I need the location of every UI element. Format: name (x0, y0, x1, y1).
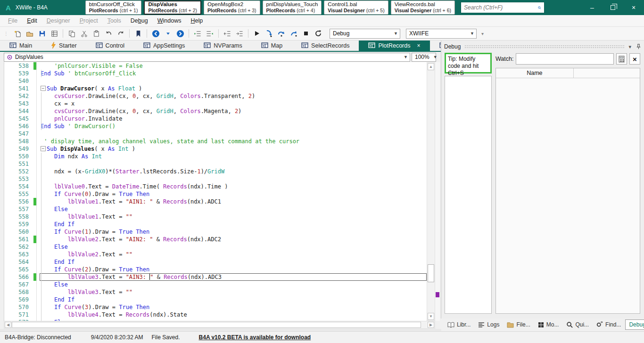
code-line-567[interactable]: 567 Else (4, 281, 427, 288)
indent-icon[interactable] (234, 28, 245, 39)
scroll-left-button[interactable]: ◀ (5, 322, 11, 328)
nav-back-icon[interactable] (150, 28, 161, 39)
code-line-539[interactable]: 539End Sub ' btnCursorOff_Click (4, 70, 427, 77)
fold-collapse-icon[interactable]: − (41, 146, 46, 151)
scroll-right-button[interactable]: ▶ (428, 322, 434, 328)
code-line-543[interactable]: 543 cx = x (4, 100, 427, 107)
code-line-566[interactable]: 566 lblValue3.Text = "AIN3: " & Records(… (4, 273, 427, 281)
chevron-down-icon[interactable]: ▾ (628, 44, 631, 50)
tab-appsettings[interactable]: AppSettings (134, 41, 194, 51)
menu-debug[interactable]: Debug (126, 16, 152, 25)
code-line-546[interactable]: 546End Sub ' DrawCursor() (4, 122, 427, 130)
close-icon[interactable]: × (417, 42, 420, 49)
code-line-569[interactable]: 569 End If (4, 296, 427, 303)
vertical-scrollbar[interactable]: ▲ ▼ (427, 62, 435, 321)
code-line-564[interactable]: 564 End If (4, 258, 427, 266)
quick-tab-OpenMsgBox2[interactable]: OpenMsgBox2PlotRecords (ctrl + 3) (204, 0, 260, 15)
code-line-552[interactable]: 552 ndx = (x-GridX0)*(Starter.lstRecords… (4, 168, 427, 175)
pin-icon[interactable] (636, 44, 641, 49)
code-line-555[interactable]: 555 If Curve(0).Draw = True Then (4, 190, 427, 198)
update-download-link[interactable]: B4A v10.2 BETA is available for download (199, 334, 311, 341)
clear-watch-button[interactable]: × (629, 53, 640, 65)
outdent-icon[interactable] (222, 28, 232, 39)
tab-main[interactable]: Main (0, 41, 41, 51)
scroll-up-button[interactable]: ▲ (428, 63, 434, 70)
deploy-target-select[interactable]: XWIIFE ▼ (406, 29, 477, 39)
debug-panel-header[interactable]: Debug ▾ (444, 42, 641, 51)
code-line-541[interactable]: 541−Sub DrawCursor( x As Float ) (4, 85, 427, 92)
search-input[interactable] (464, 4, 538, 11)
tab-plotrecords[interactable]: PlotRecords× (359, 41, 429, 51)
code-line-568[interactable]: 568 lblValue3.Text = "" (4, 288, 427, 296)
code-line-540[interactable]: 540 (4, 77, 427, 85)
toolbar-overflow-icon[interactable]: ▾ (481, 31, 484, 36)
tab-starter[interactable]: Starter (41, 41, 86, 51)
code-line-560[interactable]: 560 If Curve(1).Draw = True Then (4, 228, 427, 236)
bottom-tab-logs[interactable]: Logs (475, 320, 503, 329)
tab-control[interactable]: Control (86, 41, 134, 51)
bottom-tab-file[interactable]: File... (504, 320, 533, 329)
menu-windows[interactable]: Windows (153, 16, 186, 25)
quick-tab-DispValues[interactable]: DispValuesPlotRecords (ctrl + 2) (144, 0, 201, 15)
quick-tab-ViewRecords.bal[interactable]: ViewRecords.balVisual Designer (ctrl + 6… (391, 0, 455, 15)
close-button[interactable]: × (623, 0, 644, 15)
bottom-tab-qui[interactable]: Qui... (563, 320, 592, 329)
member-dropdown[interactable]: DispValues ▼ (4, 53, 410, 62)
quick-tab-Control1.bal[interactable]: Control1.balVisual Designer (ctrl + 5) (324, 0, 388, 15)
bottom-tab-mo[interactable]: Mo... (535, 320, 562, 329)
tab-map[interactable]: Map (252, 41, 292, 51)
code-line-548[interactable]: 548 ' display time, analog channel value… (4, 138, 427, 145)
code-line-559[interactable]: 559 End If (4, 220, 427, 228)
code-line-556[interactable]: 556 lblValue1.Text = "AIN1: " & Records(… (4, 198, 427, 205)
code-line-562[interactable]: 562 Else (4, 243, 427, 251)
code-line-547[interactable]: 547 (4, 130, 427, 138)
watch-column-value[interactable] (574, 68, 640, 78)
step-out-icon[interactable] (289, 28, 299, 39)
minimize-button[interactable]: – (582, 0, 603, 15)
uncomment-icon[interactable] (205, 28, 215, 39)
step-over-icon[interactable] (276, 28, 287, 39)
code-line-554[interactable]: 554 lblValue0.Text = DateTime.Time( Reco… (4, 183, 427, 190)
code-line-544[interactable]: 544 cvsCursor.DrawLine(cx, 0, cx, GridH,… (4, 107, 427, 115)
bottom-tab-find[interactable]: Find... (593, 320, 624, 329)
code-line-545[interactable]: 545 pnlCursor.Invalidate (4, 115, 427, 122)
bookmark-annotation-marker[interactable] (436, 292, 439, 297)
code-line-570[interactable]: 570 If Curve(3).Draw = True Then (4, 303, 427, 311)
editor-zoom-select[interactable]: 100% ▼ (412, 53, 436, 62)
copy-icon[interactable] (66, 28, 77, 39)
fold-collapse-icon[interactable]: − (41, 86, 46, 91)
save-icon[interactable] (37, 28, 47, 39)
comment-icon[interactable] (192, 28, 203, 39)
code-line-553[interactable]: 553 (4, 175, 427, 183)
code-line-549[interactable]: 549−Sub DispValues( x As Int ) (4, 145, 427, 153)
run-icon[interactable] (252, 28, 262, 39)
code-editor[interactable]: 538 'pnlCursor.Visible = False539End Sub… (4, 62, 427, 321)
cut-icon[interactable] (79, 28, 89, 39)
search-box[interactable] (461, 2, 545, 13)
undo-icon[interactable] (103, 28, 114, 39)
code-line-565[interactable]: 565 If Curve(2).Draw = True Then (4, 266, 427, 273)
bookmark-icon[interactable] (133, 28, 143, 39)
code-line-538[interactable]: 538 'pnlCursor.Visible = False (4, 62, 427, 70)
redo-icon[interactable] (116, 28, 126, 39)
restore-button[interactable] (603, 0, 623, 15)
quick-tab-pnlDispValues_Touch[interactable]: pnlDispValues_TouchPlotRecords (ctrl + 4… (263, 0, 322, 15)
horizontal-scrollbar[interactable]: ◀ ▶ (4, 321, 435, 329)
code-line-542[interactable]: 542 cvsCursor.DrawLine(cx, 0, cx, GridH,… (4, 92, 427, 100)
watch-table[interactable]: Name (495, 68, 640, 314)
quick-tab-btnCursorOff_Click[interactable]: btnCursorOff_ClickPlotRecords (ctrl + 1) (85, 0, 142, 15)
nav-back-dropdown-icon[interactable] (163, 28, 173, 39)
open-project-icon[interactable] (25, 28, 35, 39)
debug-list-box[interactable] (445, 76, 492, 314)
build-configuration-select[interactable]: Debug ▼ (330, 29, 400, 39)
tab-nvparams[interactable]: NVParams (194, 41, 251, 51)
paste-icon[interactable] (91, 28, 101, 39)
horizontal-scrollbar-thumb[interactable] (12, 322, 421, 328)
menu-help[interactable]: Help (186, 16, 207, 25)
bottom-tab-libr[interactable]: Libr... (444, 320, 474, 329)
vertical-scrollbar-thumb[interactable] (428, 264, 434, 282)
watch-column-name[interactable]: Name (496, 68, 574, 78)
scroll-down-button[interactable]: ▼ (428, 313, 434, 320)
code-line-558[interactable]: 558 lblValue1.Text = "" (4, 213, 427, 220)
code-line-551[interactable]: 551 (4, 160, 427, 168)
